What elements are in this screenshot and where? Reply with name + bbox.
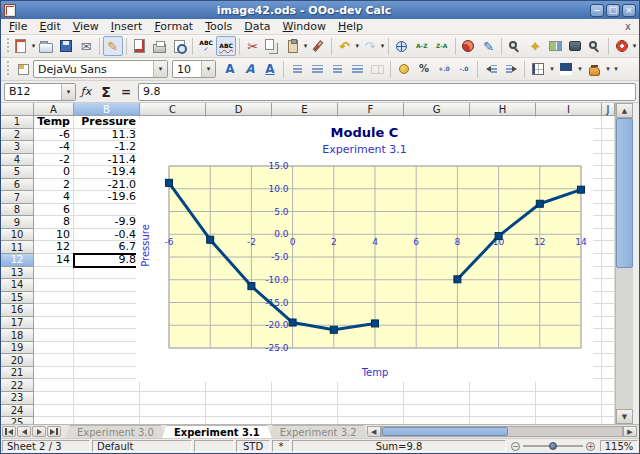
cell-J19[interactable]: [602, 342, 615, 355]
minimize-button[interactable]: −: [590, 4, 604, 17]
new-document-button[interactable]: [11, 36, 31, 56]
menu-data[interactable]: Data: [238, 19, 276, 34]
delete-decimal-button[interactable]: -.0: [454, 59, 474, 79]
cell-A18[interactable]: [34, 329, 74, 342]
tab-next-button[interactable]: [32, 426, 46, 437]
background-color-dropdown[interactable]: ▾: [604, 59, 612, 79]
cell-B9[interactable]: -9.9: [74, 216, 140, 229]
menu-insert[interactable]: Insert: [105, 19, 149, 34]
cell-A24[interactable]: [34, 405, 74, 418]
cell-B22[interactable]: [74, 379, 140, 392]
zoom-out-button[interactable]: −: [511, 442, 520, 451]
styles-and-formatting-button[interactable]: [13, 59, 33, 79]
cell-E23[interactable]: [272, 392, 338, 405]
cell-A17[interactable]: [34, 317, 74, 330]
column-header-H[interactable]: H: [470, 103, 536, 116]
cell-J23[interactable]: [602, 392, 615, 405]
open-button[interactable]: [36, 36, 56, 56]
cell-F23[interactable]: [338, 392, 404, 405]
row-header-15[interactable]: 15: [1, 292, 34, 305]
scroll-up-button[interactable]: ▲: [616, 103, 633, 118]
toolbar-grip[interactable]: [5, 38, 9, 54]
borders-button[interactable]: [528, 59, 548, 79]
row-header-5[interactable]: 5: [1, 166, 34, 179]
cell-J15[interactable]: [602, 292, 615, 305]
cell-A14[interactable]: [34, 279, 74, 292]
cell-J6[interactable]: [602, 179, 615, 192]
zoom-slider-thumb[interactable]: [549, 442, 557, 450]
format-paintbrush-button[interactable]: [308, 36, 328, 56]
row-header-24[interactable]: 24: [1, 405, 34, 418]
menu-file[interactable]: File: [3, 19, 33, 34]
spellcheck-button[interactable]: ABC✓: [196, 36, 216, 56]
zoom-slider-track[interactable]: [523, 445, 583, 447]
column-header-A[interactable]: A: [34, 103, 74, 116]
cell-J13[interactable]: [602, 267, 615, 280]
edit-file-button[interactable]: ✎: [103, 36, 123, 56]
name-box[interactable]: B12 ▾: [4, 83, 76, 101]
cell-I23[interactable]: [536, 392, 602, 405]
cell-A6[interactable]: 2: [34, 179, 74, 192]
insert-chart-button[interactable]: [458, 36, 478, 56]
row-header-17[interactable]: 17: [1, 317, 34, 330]
scroll-left-button[interactable]: ◀: [367, 426, 381, 437]
column-header-G[interactable]: G: [404, 103, 470, 116]
row-header-3[interactable]: 3: [1, 141, 34, 154]
tab-last-button[interactable]: [47, 426, 61, 437]
increase-indent-button[interactable]: [501, 59, 521, 79]
cell-J9[interactable]: [602, 216, 615, 229]
cell-A15[interactable]: [34, 292, 74, 305]
email-button[interactable]: ✉: [76, 36, 96, 56]
cell-J10[interactable]: [602, 229, 615, 242]
horizontal-scrollbar[interactable]: ◀ ▶: [367, 426, 637, 437]
toolbar-overflow[interactable]: ▾: [612, 59, 620, 79]
cell-B24[interactable]: [74, 405, 140, 418]
undo-button[interactable]: ↶: [335, 36, 355, 56]
print-button[interactable]: [149, 36, 169, 56]
cell-J5[interactable]: [602, 166, 615, 179]
cell-A25[interactable]: [34, 417, 74, 424]
toolbar-overflow[interactable]: ▾: [632, 36, 637, 56]
cell-G24[interactable]: [404, 405, 470, 418]
menu-format[interactable]: Format: [148, 19, 199, 34]
tab-experiment-3-0[interactable]: Experiment 3.0: [65, 425, 166, 438]
cell-E25[interactable]: [272, 417, 338, 424]
export-pdf-button[interactable]: [129, 36, 149, 56]
navigator-button[interactable]: ✦: [525, 36, 545, 56]
spreadsheet-grid[interactable]: ABCDEFGHIJ 12345678910111213141516171819…: [1, 103, 615, 424]
row-header-23[interactable]: 23: [1, 392, 34, 405]
cell-H24[interactable]: [470, 405, 536, 418]
bold-button[interactable]: A: [220, 59, 240, 79]
cell-A13[interactable]: [34, 267, 74, 280]
row-header-12[interactable]: 12: [1, 254, 34, 267]
cell-E24[interactable]: [272, 405, 338, 418]
column-header-D[interactable]: D: [206, 103, 272, 116]
cell-C24[interactable]: [140, 405, 206, 418]
cell-A5[interactable]: 0: [34, 166, 74, 179]
sort-ascending-button[interactable]: A-Z: [412, 36, 432, 56]
cell-A9[interactable]: 8: [34, 216, 74, 229]
cell-J17[interactable]: [602, 317, 615, 330]
cell-J12[interactable]: [602, 254, 615, 267]
vertical-scroll-thumb[interactable]: [616, 118, 633, 268]
function-wizard-button[interactable]: ƒx: [76, 83, 96, 101]
cell-J14[interactable]: [602, 279, 615, 292]
cell-B25[interactable]: [74, 417, 140, 424]
cell-F24[interactable]: [338, 405, 404, 418]
status-selection-mode[interactable]: STD: [236, 440, 270, 452]
cell-H25[interactable]: [470, 417, 536, 424]
cell-G25[interactable]: [404, 417, 470, 424]
cell-C25[interactable]: [140, 417, 206, 424]
tab-experiment-3-2[interactable]: Experiment 3.2: [268, 425, 369, 438]
paste-button[interactable]: [283, 36, 303, 56]
background-color-button[interactable]: [584, 59, 604, 79]
column-header-I[interactable]: I: [536, 103, 602, 116]
cell-F25[interactable]: [338, 417, 404, 424]
cell-G23[interactable]: [404, 392, 470, 405]
cell-A16[interactable]: [34, 304, 74, 317]
toolbar-grip[interactable]: [5, 61, 11, 77]
zoom-button[interactable]: [585, 36, 605, 56]
scroll-down-button[interactable]: ▼: [616, 409, 633, 424]
cell-A20[interactable]: [34, 354, 74, 367]
cell-I24[interactable]: [536, 405, 602, 418]
